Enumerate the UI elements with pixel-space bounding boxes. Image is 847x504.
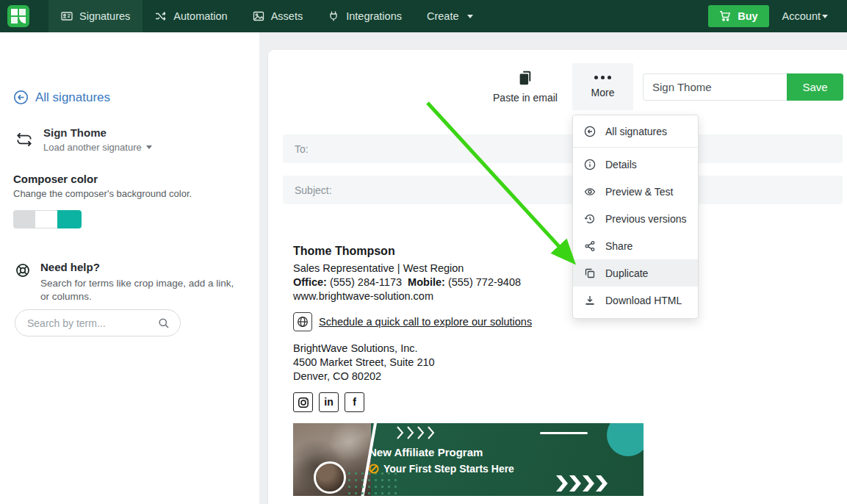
nav-right-group: Buy Account	[708, 5, 847, 27]
composer-color-description: Change the composer's background color.	[13, 188, 192, 199]
banner-dash	[540, 432, 588, 434]
banner-subtitle: Your First Step Starts Here	[383, 461, 514, 476]
banner-chevrons-bottom	[556, 475, 609, 492]
life-ring-icon	[15, 262, 31, 278]
all-signatures-label: All signatures	[35, 90, 110, 105]
brand-logo[interactable]	[7, 5, 29, 27]
banner-image[interactable]: New Affiliate Program Your First Step St…	[293, 423, 644, 496]
chevron-down-icon	[822, 15, 828, 18]
prohibited-icon	[369, 464, 379, 474]
arrow-left-circle-icon	[13, 90, 29, 105]
sidebar: All signatures Sign Thome Load another s…	[0, 32, 259, 504]
more-dropdown-menu: All signatures Details Preview & Test Pr…	[572, 115, 699, 319]
banner-chevrons-top	[396, 425, 439, 440]
subject-field[interactable]: Subject:	[283, 176, 843, 204]
nav-label: Integrations	[346, 10, 402, 22]
office-label: Office:	[293, 276, 327, 288]
composer-color-swatches	[13, 210, 82, 228]
paste-in-email-label: Paste in email	[493, 92, 558, 104]
menu-item-label: Download HTML	[605, 295, 682, 306]
help-text: Search for terms like crop image, add a …	[40, 277, 240, 303]
duplicate-icon	[584, 267, 596, 279]
linkedin-icon[interactable]: in	[319, 392, 339, 412]
paste-in-email-button[interactable]: Paste in email	[487, 63, 563, 110]
nav-label: Automation	[173, 10, 227, 22]
swap-icon	[15, 130, 34, 149]
all-signatures-link[interactable]: All signatures	[13, 90, 110, 105]
help-title: Need help?	[40, 261, 240, 273]
help-search-box	[15, 309, 181, 336]
composer-color-title: Composer color	[13, 173, 98, 185]
buy-label: Buy	[738, 10, 757, 22]
brand-logo-icon	[11, 9, 26, 24]
composer-card: Paste in email More Save To: Subject: Th…	[268, 50, 847, 504]
social-links: in f	[293, 392, 653, 412]
nav-item-automation[interactable]: Automation	[143, 0, 239, 32]
nav-item-assets[interactable]: Assets	[240, 0, 316, 32]
cart-icon	[719, 10, 731, 22]
help-block: Need help? Search for terms like crop im…	[15, 261, 244, 303]
menu-item-previous-versions[interactable]: Previous versions	[573, 205, 698, 232]
integrations-icon	[328, 10, 339, 22]
instagram-icon[interactable]	[293, 392, 313, 412]
top-navigation: Signatures Automation Assets Integration…	[0, 0, 847, 32]
menu-item-share[interactable]: Share	[573, 232, 698, 259]
schedule-call-link[interactable]: Schedule a quick call to explore our sol…	[319, 315, 532, 329]
facebook-icon[interactable]: f	[345, 392, 364, 412]
to-label: To:	[295, 143, 309, 155]
banner-subtitle-row: Your First Step Starts Here	[369, 461, 514, 476]
help-search-input[interactable]	[15, 310, 180, 336]
account-menu[interactable]: Account	[782, 10, 828, 22]
company-city: Denver, CO 80202	[293, 370, 653, 384]
menu-item-label: Details	[605, 159, 637, 170]
account-label: Account	[782, 10, 821, 22]
to-field[interactable]: To:	[283, 134, 843, 163]
nav-item-integrations[interactable]: Integrations	[315, 0, 414, 32]
color-swatch-white[interactable]	[35, 210, 57, 228]
share-icon	[584, 240, 596, 252]
signature-name-group: Sign Thome Load another signature	[43, 126, 152, 153]
mobile-value: (555) 772-9408	[448, 276, 521, 288]
menu-item-label: Previous versions	[605, 213, 687, 225]
paste-icon	[517, 70, 533, 86]
banner-text: New Affiliate Program Your First Step St…	[369, 445, 514, 476]
menu-item-duplicate[interactable]: Duplicate	[573, 259, 698, 287]
menu-item-details[interactable]: Details	[573, 151, 698, 178]
signature-name: Sign Thome	[43, 126, 152, 139]
facebook-glyph: f	[353, 395, 356, 409]
banner-avatar	[314, 461, 346, 494]
arrow-left-circle-icon	[584, 126, 596, 137]
color-swatch-teal[interactable]	[57, 210, 82, 228]
info-icon	[584, 159, 596, 170]
nav-label: Assets	[271, 10, 303, 22]
more-label: More	[591, 87, 615, 98]
nav-label: Signatures	[79, 10, 130, 22]
subject-label: Subject:	[295, 184, 332, 196]
nav-item-create[interactable]: Create	[414, 0, 486, 32]
buy-button[interactable]: Buy	[708, 5, 768, 27]
color-swatch-gray[interactable]	[13, 210, 35, 228]
menu-item-label: Preview & Test	[605, 186, 673, 198]
menu-item-label: Duplicate	[605, 267, 648, 279]
automation-icon	[155, 10, 167, 22]
load-another-signature[interactable]: Load another signature	[43, 142, 152, 153]
current-signature-block: Sign Thome Load another signature	[15, 126, 152, 153]
company-block: BrightWave Solutions, Inc. 4500 Market S…	[293, 342, 653, 384]
nav-label: Create	[427, 10, 459, 22]
chevron-down-icon	[467, 15, 473, 18]
nav-item-signatures[interactable]: Signatures	[48, 0, 143, 32]
load-another-label: Load another signature	[43, 142, 142, 153]
office-value: (555) 284-1173	[330, 276, 402, 288]
signature-name-input[interactable]	[643, 73, 787, 101]
ellipsis-icon	[594, 76, 611, 79]
chevron-down-icon	[146, 145, 152, 149]
mobile-label: Mobile:	[408, 276, 445, 288]
menu-item-preview-test[interactable]: Preview & Test	[573, 178, 698, 205]
more-button[interactable]: More	[572, 63, 633, 110]
banner-title: New Affiliate Program	[369, 445, 514, 460]
banner-teal-circle	[607, 423, 644, 456]
menu-item-all-signatures[interactable]: All signatures	[573, 115, 698, 147]
save-button[interactable]: Save	[787, 73, 843, 101]
eye-icon	[584, 186, 596, 198]
menu-item-download-html[interactable]: Download HTML	[573, 287, 698, 314]
